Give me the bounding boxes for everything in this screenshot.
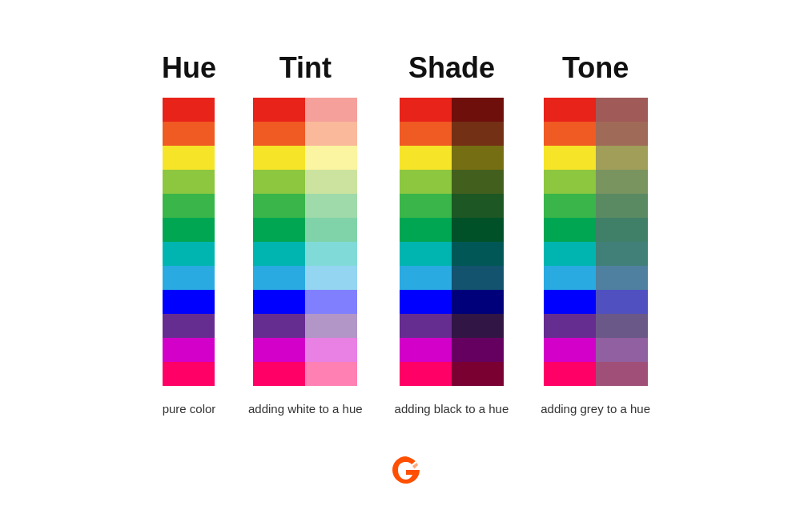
color-swatch: [253, 338, 305, 362]
swatches-tint: [253, 98, 357, 386]
color-swatch: [400, 122, 452, 146]
group-label-hue: pure color: [163, 400, 216, 417]
color-group-shade: Shadeadding black to a hue: [395, 51, 509, 417]
swatch-column-tint-0: [253, 98, 305, 386]
color-swatch: [596, 98, 648, 122]
color-swatch: [305, 122, 357, 146]
color-swatch: [452, 98, 504, 122]
color-swatch: [400, 146, 452, 170]
color-swatch: [544, 122, 596, 146]
color-swatch: [400, 98, 452, 122]
group-label-tint: adding white to a hue: [248, 400, 363, 417]
color-swatch: [452, 218, 504, 242]
color-swatch: [305, 194, 357, 218]
swatch-column-shade-0: [400, 98, 452, 386]
color-swatch: [163, 338, 215, 362]
color-swatch: [544, 98, 596, 122]
color-swatch: [163, 170, 215, 194]
color-swatch: [400, 170, 452, 194]
color-swatch: [253, 242, 305, 266]
color-swatch: [163, 314, 215, 338]
color-swatch: [452, 314, 504, 338]
color-swatch: [163, 362, 215, 386]
color-swatch: [305, 290, 357, 314]
swatch-column-shade-1: [452, 98, 504, 386]
group-title-hue: Hue: [162, 51, 216, 85]
group-title-shade: Shade: [408, 51, 495, 85]
group-label-shade: adding black to a hue: [395, 400, 509, 417]
swatch-column-tint-1: [305, 98, 357, 386]
color-swatch: [544, 218, 596, 242]
group-label-tone: adding grey to a hue: [541, 400, 650, 417]
color-swatch: [305, 362, 357, 386]
swatch-column-tone-1: [596, 98, 648, 386]
color-swatch: [596, 242, 648, 266]
color-swatch: [452, 338, 504, 362]
color-swatch: [400, 218, 452, 242]
color-swatch: [544, 170, 596, 194]
swatch-column-hue-0: [163, 98, 215, 386]
color-swatch: [305, 338, 357, 362]
color-swatch: [544, 194, 596, 218]
color-swatch: [544, 338, 596, 362]
color-swatch: [544, 242, 596, 266]
color-swatch: [400, 314, 452, 338]
color-swatch: [544, 290, 596, 314]
color-swatch: [400, 242, 452, 266]
color-swatch: [253, 122, 305, 146]
color-swatch: [163, 242, 215, 266]
color-swatch: [253, 266, 305, 290]
color-swatch: [253, 146, 305, 170]
color-swatch: [163, 266, 215, 290]
group-title-tint: Tint: [279, 51, 332, 85]
color-swatch: [596, 266, 648, 290]
logo-container: [388, 452, 424, 488]
color-swatch: [544, 146, 596, 170]
swatches-shade: [400, 98, 504, 386]
color-swatch: [596, 218, 648, 242]
group-title-tone: Tone: [562, 51, 629, 85]
color-swatch: [452, 146, 504, 170]
color-swatch: [596, 290, 648, 314]
color-swatch: [596, 170, 648, 194]
color-swatch: [163, 98, 215, 122]
color-swatch: [305, 314, 357, 338]
color-swatch: [452, 242, 504, 266]
color-swatch: [253, 290, 305, 314]
color-group-tint: Tintadding white to a hue: [248, 51, 363, 417]
color-swatch: [452, 362, 504, 386]
color-swatch: [305, 242, 357, 266]
color-swatch: [400, 338, 452, 362]
color-swatch: [596, 338, 648, 362]
color-swatch: [452, 194, 504, 218]
color-swatch: [305, 266, 357, 290]
color-swatch: [452, 170, 504, 194]
color-swatch: [253, 194, 305, 218]
color-swatch: [544, 362, 596, 386]
color-swatch: [305, 146, 357, 170]
color-swatch: [163, 290, 215, 314]
color-swatch: [400, 194, 452, 218]
color-swatch: [596, 314, 648, 338]
color-swatch: [400, 362, 452, 386]
color-swatch: [400, 266, 452, 290]
swatch-column-tone-0: [544, 98, 596, 386]
color-swatch: [596, 362, 648, 386]
color-swatch: [163, 218, 215, 242]
color-swatch: [544, 266, 596, 290]
color-swatch: [452, 266, 504, 290]
swatches-hue: [163, 98, 215, 386]
color-swatch: [596, 194, 648, 218]
color-swatch: [305, 170, 357, 194]
color-swatch: [452, 122, 504, 146]
color-swatch: [163, 122, 215, 146]
color-swatch: [400, 290, 452, 314]
color-swatch: [452, 290, 504, 314]
color-swatch: [253, 314, 305, 338]
color-swatch: [596, 146, 648, 170]
swatches-tone: [544, 98, 648, 386]
color-swatch: [253, 98, 305, 122]
color-swatch: [163, 146, 215, 170]
main-container: Huepure colorTintadding white to a hueSh…: [146, 35, 666, 433]
color-swatch: [305, 98, 357, 122]
